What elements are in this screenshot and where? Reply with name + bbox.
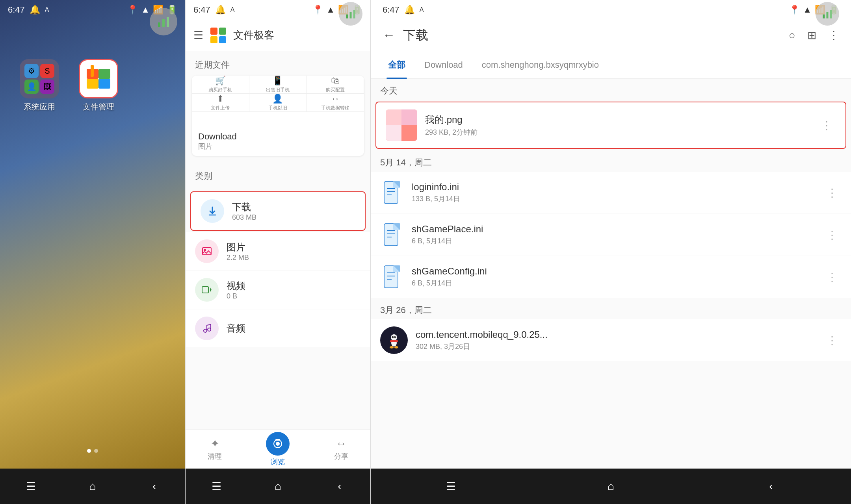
clean-icon: ✦: [210, 437, 219, 450]
shgameconfig-more-icon[interactable]: ⋮: [823, 267, 842, 287]
dl-nav-back[interactable]: ‹: [759, 474, 783, 498]
nav-home-button[interactable]: ⌂: [81, 474, 104, 498]
browse-icon-wrap: [266, 432, 290, 456]
wode-more-icon[interactable]: ⋮: [817, 115, 836, 136]
file-tencent[interactable]: com.tencent.mobileqq_9.0.25... 302 MB, 3…: [371, 319, 851, 361]
svg-point-54: [393, 337, 394, 337]
svg-point-17: [204, 249, 206, 251]
shgameplace-meta: 6 B, 5月14日: [412, 236, 815, 246]
fm-logo-icon: [210, 27, 227, 44]
shgameconfig-name: shGameConfig.ini: [412, 266, 815, 277]
dl-nav-home[interactable]: ⌂: [599, 474, 622, 498]
fm-time: 6:47: [193, 5, 210, 15]
dl-more-icon[interactable]: ⋮: [828, 29, 839, 42]
recent-thumb: 🛒 购买好手机 📱 出售旧手机 🛍 购买配置 ⬆ 文件上传: [192, 76, 364, 127]
category-image[interactable]: 图片 2.2 MB: [186, 232, 370, 270]
svg-point-57: [394, 346, 398, 348]
dl-bell-icon: 🔔: [404, 5, 415, 15]
file-shgameconfig[interactable]: shGameConfig.ini 6 B, 5月14日 ⋮: [371, 256, 851, 298]
system-apps-icon[interactable]: ⚙ S 👤 🖼: [20, 59, 59, 98]
shgameplace-name: shGamePlace.ini: [412, 224, 815, 235]
logininfo-more-icon[interactable]: ⋮: [823, 182, 842, 203]
category-section: 下载 603 MB 图片 2.2 MB: [186, 187, 370, 351]
file-manager-item[interactable]: 文件管理: [75, 59, 122, 112]
svg-rect-25: [823, 15, 825, 19]
shgameconfig-meta: 6 B, 5月14日: [412, 278, 815, 288]
file-shgameplace[interactable]: shGamePlace.ini 6 B, 5月14日 ⋮: [371, 214, 851, 256]
svg-point-55: [395, 337, 396, 337]
svg-rect-10: [353, 10, 355, 19]
svg-rect-9: [350, 12, 352, 19]
fm-nav-home[interactable]: ⌂: [266, 474, 290, 498]
svg-rect-18: [202, 287, 208, 293]
logininfo-info: logininfo.ini 133 B, 5月14日: [412, 182, 815, 204]
svg-rect-12: [210, 36, 217, 43]
thumb-cell-buy: 🛍 购买配置: [307, 76, 364, 94]
dl-floating-button[interactable]: [816, 2, 839, 26]
dl-location-icon: 📍: [789, 5, 800, 15]
tencent-more-icon[interactable]: ⋮: [823, 330, 842, 351]
nav-back-button[interactable]: ‹: [143, 474, 166, 498]
svg-rect-8: [346, 15, 348, 19]
download-name: 下载: [232, 201, 355, 213]
tab-all[interactable]: 全部: [379, 51, 415, 79]
dl-grid-icon[interactable]: ⊞: [807, 29, 816, 42]
shgameplace-more-icon[interactable]: ⋮: [823, 224, 842, 245]
nav-clean[interactable]: ✦ 清理: [208, 437, 222, 461]
svg-rect-13: [219, 28, 226, 35]
download-size: 603 MB: [232, 213, 355, 222]
svg-rect-26: [827, 12, 829, 19]
shgameplace-icon: [380, 221, 404, 248]
svg-rect-59: [390, 340, 398, 342]
fm-nav-back[interactable]: ‹: [328, 474, 351, 498]
download-info: 下载 603 MB: [232, 201, 355, 222]
wode-meta: 293 KB, 2分钟前: [425, 128, 809, 137]
dl-back-button[interactable]: ←: [383, 28, 395, 43]
dl-nav-menu[interactable]: ☰: [439, 474, 463, 498]
image-info: 图片 2.2 MB: [227, 241, 361, 262]
file-logininfo[interactable]: logininfo.ini 133 B, 5月14日 ⋮: [371, 172, 851, 213]
tab-download[interactable]: Download: [415, 51, 472, 79]
logininfo-icon: [380, 179, 404, 206]
svg-rect-6: [98, 79, 110, 89]
system-apps-label: 系统应用: [24, 102, 55, 112]
fm-bell-icon: 🔔: [215, 5, 226, 15]
svg-point-56: [390, 346, 394, 348]
nav-menu-button[interactable]: ☰: [19, 474, 43, 498]
fm-nav-bar: ☰ ⌂ ‹: [186, 469, 370, 504]
wode-name: 我的.png: [425, 113, 809, 126]
share-label: 分享: [334, 452, 348, 461]
fm-nav-menu[interactable]: ☰: [204, 474, 228, 498]
fm-logo: [210, 27, 227, 44]
fm-menu-icon[interactable]: ☰: [193, 29, 203, 42]
wifi-icon: ▲: [141, 5, 150, 15]
home-time: 6:47: [8, 5, 25, 15]
dot-2: [94, 449, 98, 453]
video-icon: [195, 278, 219, 302]
tab-shenghong[interactable]: com.shenghong.bxsyqmrxybio: [472, 51, 608, 79]
svg-point-23: [276, 442, 280, 446]
dl-search-icon[interactable]: ○: [789, 29, 795, 42]
file-wode-png[interactable]: 我的.png 293 KB, 2分钟前 ⋮: [375, 102, 846, 149]
nav-browse[interactable]: 浏览: [266, 432, 290, 467]
system-apps-grid: ⚙ S 👤 🖼: [21, 61, 58, 97]
system-apps-item[interactable]: ⚙ S 👤 🖼 系统应用: [16, 59, 63, 112]
notification-icon: 🔔: [30, 5, 40, 15]
recent-section-title: 近期文件: [186, 51, 370, 76]
file-manager-label: 文件管理: [83, 102, 114, 112]
recent-info: Download 图片: [192, 127, 364, 156]
nav-share[interactable]: ↔ 分享: [334, 437, 348, 461]
mar26-title: 3月 26，周二: [371, 298, 851, 319]
fm-content: 近期文件 🛒 购买好手机 📱 出售旧手机 🛍 购买配置: [186, 51, 370, 429]
recent-file-card[interactable]: 🛒 购买好手机 📱 出售旧手机 🛍 购买配置 ⬆ 文件上传: [192, 76, 364, 156]
video-size: 0 B: [227, 292, 361, 300]
category-download[interactable]: 下载 603 MB: [190, 191, 366, 231]
category-audio[interactable]: 音频: [186, 309, 370, 347]
category-video[interactable]: 视频 0 B: [186, 271, 370, 309]
fm-wifi-icon: ▲: [326, 5, 335, 15]
image-size: 2.2 MB: [227, 254, 361, 262]
fm-floating-button[interactable]: [339, 2, 362, 26]
image-icon: [195, 239, 219, 263]
file-manager-icon-wrap[interactable]: [79, 59, 118, 98]
file-manager-panel: 6:47 🔔 A 📍 ▲ 📶 🔋 ☰: [185, 0, 370, 504]
